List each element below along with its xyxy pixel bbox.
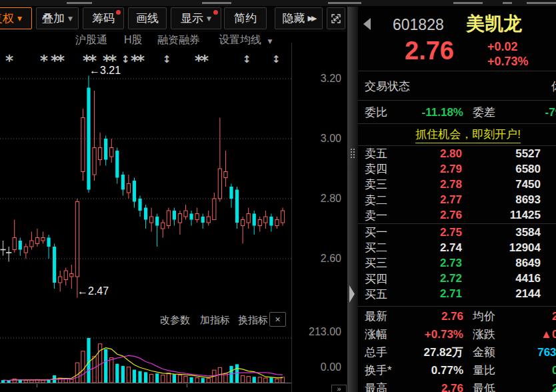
buy-level-price: 2.71 bbox=[403, 287, 462, 301]
sell-level-volume: 6580 bbox=[462, 163, 541, 176]
menu-fragment bbox=[328, 2, 361, 4]
event-marker-icon[interactable]: ↕ bbox=[243, 53, 251, 65]
event-marker-icon[interactable]: ↕ bbox=[163, 53, 171, 65]
price-axis-label: 3.00 bbox=[293, 133, 341, 145]
stat-label: 涨跌 bbox=[473, 327, 510, 342]
stat-value: 27.82万 bbox=[402, 345, 463, 360]
trade-status-row: 交易状态 休市 bbox=[358, 71, 556, 101]
weibi-row: 委比 -11.18% 委差 -7978 bbox=[358, 101, 556, 124]
chips-button-label: 筹码 bbox=[92, 11, 115, 26]
chips-button[interactable]: 筹码 bbox=[83, 7, 124, 29]
buy-level-volume: 2144 bbox=[462, 287, 541, 301]
buy-level-label: 买三 bbox=[365, 255, 403, 271]
stat-label: 金额 bbox=[473, 345, 510, 360]
sell-level-price: 2.79 bbox=[403, 163, 462, 176]
stat-value: +0.73% bbox=[402, 328, 463, 341]
buy-level-price: 2.73 bbox=[403, 257, 462, 270]
event-marker-icon[interactable]: * bbox=[5, 52, 11, 69]
sell-level-row[interactable]: 卖五2.805527 bbox=[358, 146, 556, 161]
sell-level-volume: 5527 bbox=[462, 147, 541, 161]
draw-line-button-label: 画线 bbox=[136, 11, 159, 26]
buy-level-row[interactable]: 买一2.753584 bbox=[358, 225, 556, 240]
stat-label: 均价 bbox=[473, 309, 510, 324]
x-axis-tick bbox=[37, 384, 37, 387]
buy-level-price: 2.74 bbox=[403, 241, 462, 255]
change-percent: +0.73% bbox=[487, 54, 529, 69]
adjust-rights-button[interactable]: 复权▼ bbox=[0, 7, 32, 29]
clipped-menu-bar bbox=[0, 0, 556, 7]
divider bbox=[358, 306, 556, 307]
sell-level-label: 卖三 bbox=[365, 177, 403, 192]
event-marker-icon[interactable]: ** bbox=[51, 52, 63, 69]
chevron-down-icon: ▼ bbox=[17, 15, 22, 22]
panel-splitter[interactable] bbox=[347, 7, 358, 392]
menu-fragment bbox=[453, 2, 483, 4]
price-annotation: ←3.21 bbox=[89, 65, 121, 77]
splitter-grip-icon[interactable] bbox=[350, 148, 356, 159]
buy-level-volume: 3584 bbox=[462, 226, 541, 239]
weibi-label: 委比 bbox=[365, 105, 402, 120]
menu-fragment bbox=[503, 2, 512, 4]
buy-level-row[interactable]: 买三2.738649 bbox=[358, 255, 556, 271]
sell-level-price: 2.78 bbox=[403, 178, 462, 191]
overlay-button-label: 叠加 bbox=[42, 11, 65, 26]
sell-level-row[interactable]: 卖一2.7611425 bbox=[358, 208, 556, 223]
open-account-ad-link[interactable]: 抓住机会，即刻开户! bbox=[415, 127, 521, 143]
stock-app-window: { "toolbar": { "buttons": [ {"label": "复… bbox=[0, 0, 556, 392]
display-button[interactable]: 显示▼ bbox=[171, 7, 221, 29]
simple-mode-button[interactable]: 简约 bbox=[224, 7, 267, 29]
hide-button[interactable]: 隐藏▶▶ bbox=[275, 7, 323, 29]
price-axis-label: 3.20 bbox=[293, 73, 341, 85]
overlay-button[interactable]: 叠加▼ bbox=[36, 7, 79, 29]
sell-level-row[interactable]: 卖四2.796580 bbox=[358, 161, 556, 177]
event-marker-icon[interactable]: ** bbox=[131, 52, 143, 69]
expand-period-button[interactable]: » bbox=[331, 385, 347, 392]
stat-label: 量比 bbox=[473, 363, 510, 378]
add-indicator-link[interactable]: 加指标 bbox=[200, 314, 230, 327]
buy-level-label: 买一 bbox=[365, 225, 403, 240]
event-marker-icon[interactable]: ↕ bbox=[272, 53, 281, 65]
sell-level-volume: 8693 bbox=[462, 193, 541, 207]
buy-level-row[interactable]: 买二2.7412904 bbox=[358, 240, 556, 255]
sell-level-volume: 11425 bbox=[462, 209, 541, 222]
draw-line-button[interactable]: 画线 bbox=[128, 7, 167, 29]
fullscreen-button[interactable] bbox=[327, 7, 345, 29]
volume-axis-label: 213.00 bbox=[293, 326, 341, 338]
event-marker-icon[interactable]: ↕ bbox=[121, 53, 130, 65]
divider bbox=[358, 223, 556, 224]
fullscreen-icon bbox=[331, 13, 341, 24]
change-params-link[interactable]: 改参数 bbox=[160, 314, 190, 327]
notification-dot-icon bbox=[116, 10, 121, 15]
buy-level-label: 买二 bbox=[365, 240, 403, 255]
stat-value: 2.76 bbox=[402, 382, 463, 392]
collapse-panel-arrow-icon[interactable] bbox=[349, 285, 355, 303]
stat-value: 2.71 bbox=[510, 382, 556, 392]
sell-level-price: 2.77 bbox=[403, 193, 462, 207]
sell-level-label: 卖一 bbox=[365, 208, 403, 223]
event-marker-icon[interactable]: ** bbox=[195, 52, 207, 69]
stat-value: 0.77% bbox=[402, 364, 463, 377]
weicha-label: 委差 bbox=[473, 105, 510, 120]
trade-status-label: 交易状态 bbox=[365, 79, 410, 94]
stats-row: 最高2.76最低2.71 bbox=[358, 379, 556, 392]
back-arrow-icon[interactable] bbox=[363, 18, 371, 30]
sell-levels: 卖五2.805527卖四2.796580卖三2.787450卖二2.778693… bbox=[358, 146, 556, 223]
kline-chart[interactable] bbox=[0, 43, 291, 311]
close-indicator-button[interactable]: × bbox=[269, 312, 286, 327]
stats-row: 涨幅+0.73%涨跌▲0.02 bbox=[358, 325, 556, 343]
switch-indicator-link[interactable]: 换指标 bbox=[238, 314, 268, 327]
sell-level-volume: 7450 bbox=[462, 178, 541, 191]
buy-level-row[interactable]: 买五2.712144 bbox=[358, 287, 556, 302]
event-marker-icon[interactable]: * bbox=[40, 52, 46, 69]
sell-level-row[interactable]: 卖二2.778693 bbox=[358, 193, 556, 208]
stat-value: 7637万 bbox=[510, 345, 556, 360]
stat-label: 换手* bbox=[365, 363, 402, 378]
stat-value: 2.75 bbox=[510, 310, 556, 323]
buy-level-row[interactable]: 买四2.724416 bbox=[358, 271, 556, 287]
sell-level-row[interactable]: 卖三2.787450 bbox=[358, 177, 556, 192]
stats-row: 总手27.82万金额7637万 bbox=[358, 343, 556, 361]
price-change: +0.02 +0.73% bbox=[487, 39, 529, 69]
buy-level-price: 2.72 bbox=[403, 272, 462, 285]
sell-level-price: 2.80 bbox=[403, 147, 462, 161]
price-annotation: ←2.47 bbox=[77, 285, 109, 297]
